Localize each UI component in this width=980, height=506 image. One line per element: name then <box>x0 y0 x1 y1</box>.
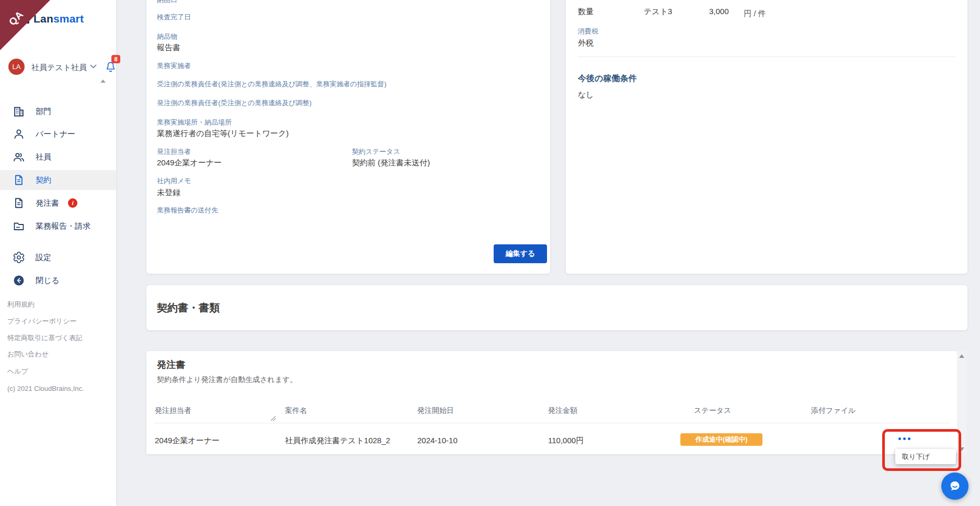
collapse-arrow-icon <box>13 274 25 287</box>
info-badge-icon: i <box>68 198 77 208</box>
resize-grip-icon[interactable] <box>270 415 276 421</box>
cell-orderer: 2049企業オーナー <box>155 436 220 446</box>
sidebar-item-label: 業務報告・請求 <box>36 221 90 231</box>
future-conditions-heading: 今後の稼働条件 <box>578 73 636 84</box>
orderer-value: 2049企業オーナー <box>157 158 222 168</box>
chevron-down-icon[interactable] <box>90 64 97 69</box>
delivery-date-label: 納品日 <box>157 0 177 5</box>
sidebar-item-label: パートナー <box>36 129 75 139</box>
orderer-manager-label: 発注側の業務責任者(受注側との業務連絡及び調整) <box>157 98 312 108</box>
footer-link-help[interactable]: ヘルプ <box>7 367 28 376</box>
sidebar-item-purchase-orders[interactable]: 発注書 i <box>0 193 116 213</box>
folder-icon <box>13 220 25 232</box>
deliverable-label: 納品物 <box>157 32 177 41</box>
sidebar-item-partners[interactable]: パートナー <box>0 124 116 144</box>
quantity-unit: 円 / 件 <box>744 9 766 19</box>
contract-detail-card: 納品日 検査完了日 納品物 報告書 業務実施者 受注側の業務責任者(発注側との業… <box>146 0 550 274</box>
col-header-orderer: 発注担当者 <box>155 406 191 415</box>
row-actions-dropdown: 取り下げ <box>895 449 956 464</box>
menu-item-withdraw[interactable]: 取り下げ <box>895 449 956 464</box>
chat-bubble-icon <box>947 478 963 494</box>
sidebar-item-label: 契約 <box>36 175 51 185</box>
status-badge: 作成途中(確認中) <box>680 433 762 446</box>
col-header-project: 案件名 <box>285 406 307 415</box>
edit-button[interactable]: 編集する <box>494 244 547 263</box>
document-icon <box>13 174 25 186</box>
app-root: Lansmart LA 社員テスト社員 8 部門 パートナー 社員 契約 <box>0 0 980 506</box>
copyright-text: (c) 2021 CloudBrains,Inc. <box>7 385 84 392</box>
document-icon <box>13 197 25 209</box>
sidebar-item-reports-billing[interactable]: 業務報告・請求 <box>0 216 116 236</box>
documents-section-card: 契約書・書類 <box>146 285 967 330</box>
conditions-card: 数量 テスト3 3,000 円 / 件 消費税 外税 今後の稼働条件 なし <box>566 0 967 274</box>
sidebar-item-employees[interactable]: 社員 <box>0 147 116 167</box>
sidebar-item-label: 閉じる <box>36 276 60 286</box>
cell-amount: 110,000円 <box>548 436 584 446</box>
work-location-value: 業務遂行者の自宅等(リモートワーク) <box>157 129 289 139</box>
avatar[interactable]: LA <box>8 59 25 75</box>
contractor-manager-label: 受注側の業務責任者(発注側との業務連絡及び調整、業務実施者の指揮監督) <box>157 80 386 89</box>
col-header-attachment: 添付ファイル <box>811 406 856 415</box>
purchase-order-title: 発注書 <box>157 358 185 371</box>
sidebar-item-label: 社員 <box>36 152 51 162</box>
documents-section-title: 契約書・書類 <box>157 301 220 315</box>
panel-divider <box>578 57 955 57</box>
user-bar: LA 社員テスト社員 8 <box>0 59 116 76</box>
orderer-label: 発注担当者 <box>157 147 191 156</box>
footer-link-commerce-law[interactable]: 特定商取引に基づく表記 <box>7 333 83 343</box>
cell-project: 社員作成発注書テスト1028_2 <box>285 436 390 446</box>
report-destination-label: 業務報告書の送付先 <box>157 206 218 215</box>
contract-status-value: 契約前 (発注書未送付) <box>352 158 430 168</box>
work-location-label: 業務実施場所・納品場所 <box>157 118 232 127</box>
internal-memo-label: 社内用メモ <box>157 176 191 186</box>
sidebar-item-departments[interactable]: 部門 <box>0 102 116 121</box>
building-icon <box>13 105 25 118</box>
cell-start-date: 2024-10-10 <box>417 436 458 445</box>
quantity-label: 数量 <box>578 7 594 17</box>
table-header-divider <box>154 423 950 423</box>
kebab-menu-icon[interactable] <box>898 437 910 440</box>
inspection-date-label: 検査完了日 <box>157 13 191 22</box>
scroll-up-icon[interactable] <box>959 354 964 358</box>
internal-memo-value: 未登録 <box>157 188 180 198</box>
chat-widget-button[interactable] <box>941 473 968 500</box>
order-card-scrollbar[interactable] <box>957 351 966 454</box>
scroll-down-icon[interactable] <box>959 447 964 451</box>
footer-link-privacy[interactable]: プライバシーポリシー <box>7 317 76 326</box>
purchase-order-card: 発注書 契約条件より発注書が自動生成されます。 発注担当者 案件名 発注開始日 … <box>146 351 957 454</box>
col-header-amount: 発注金額 <box>548 406 577 415</box>
tax-label: 消費税 <box>578 27 598 36</box>
deliverable-value: 報告書 <box>157 43 180 53</box>
quantity-value: 3,000 <box>709 7 729 16</box>
sidebar-item-settings[interactable]: 設定 <box>0 248 116 267</box>
tax-value: 外税 <box>578 38 594 48</box>
sidebar-item-collapse[interactable]: 閉じる <box>0 271 116 290</box>
people-icon <box>13 151 25 163</box>
sidebar-scroll-up-icon[interactable] <box>100 80 106 83</box>
sidebar-item-label: 部門 <box>36 107 51 117</box>
brand-logo-text: Lansmart <box>33 13 84 25</box>
future-conditions-value: なし <box>578 90 594 100</box>
sidebar-item-label: 設定 <box>36 253 51 263</box>
user-name: 社員テスト社員 <box>31 63 87 73</box>
sidebar: Lansmart LA 社員テスト社員 8 部門 パートナー 社員 契約 <box>0 0 116 506</box>
purchase-order-subtitle: 契約条件より発注書が自動生成されます。 <box>157 375 297 385</box>
sidebar-item-contracts[interactable]: 契約 <box>0 170 116 190</box>
notification-badge: 8 <box>111 55 120 63</box>
person-icon <box>13 128 25 140</box>
sidebar-item-label: 発注書 <box>36 198 59 208</box>
performer-label: 業務実施者 <box>157 61 191 71</box>
footer-link-contact[interactable]: お問い合わせ <box>7 350 49 359</box>
col-header-status: ステータス <box>694 406 731 415</box>
footer-link-terms[interactable]: 利用規約 <box>7 300 35 309</box>
contract-status-label: 契約ステータス <box>352 147 400 156</box>
quantity-name: テスト3 <box>644 7 672 17</box>
gear-icon <box>13 251 25 264</box>
col-header-start-date: 発注開始日 <box>417 406 454 415</box>
